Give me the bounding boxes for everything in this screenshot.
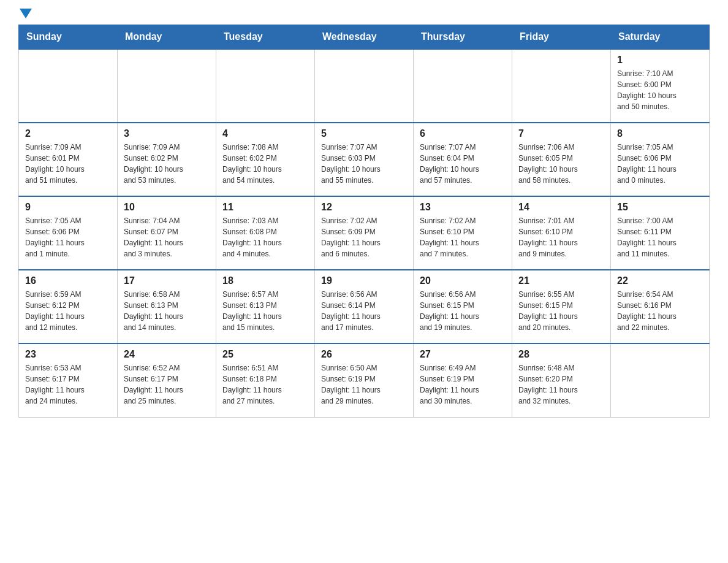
- day-info: Sunrise: 7:09 AM Sunset: 6:01 PM Dayligh…: [25, 142, 111, 186]
- calendar-cell: [118, 49, 216, 123]
- day-info: Sunrise: 6:59 AM Sunset: 6:12 PM Dayligh…: [25, 289, 111, 333]
- calendar-cell: 11Sunrise: 7:03 AM Sunset: 6:08 PM Dayli…: [216, 196, 315, 270]
- day-info: Sunrise: 7:01 AM Sunset: 6:10 PM Dayligh…: [518, 215, 604, 259]
- logo: [18, 12, 32, 18]
- day-number: 24: [124, 349, 210, 360]
- calendar-cell: 6Sunrise: 7:07 AM Sunset: 6:04 PM Daylig…: [414, 123, 512, 196]
- day-info: Sunrise: 6:58 AM Sunset: 6:13 PM Dayligh…: [124, 289, 210, 333]
- calendar-cell: 5Sunrise: 7:07 AM Sunset: 6:03 PM Daylig…: [315, 123, 414, 196]
- calendar-cell: 4Sunrise: 7:08 AM Sunset: 6:02 PM Daylig…: [216, 123, 315, 196]
- calendar-cell: 20Sunrise: 6:56 AM Sunset: 6:15 PM Dayli…: [414, 270, 512, 343]
- day-info: Sunrise: 7:03 AM Sunset: 6:08 PM Dayligh…: [222, 215, 308, 259]
- day-number: 16: [25, 275, 111, 286]
- day-number: 9: [25, 202, 111, 213]
- page-header: [18, 12, 710, 18]
- day-number: 7: [518, 128, 604, 139]
- day-info: Sunrise: 6:50 AM Sunset: 6:19 PM Dayligh…: [321, 362, 407, 407]
- day-info: Sunrise: 7:02 AM Sunset: 6:09 PM Dayligh…: [321, 215, 407, 259]
- day-number: 11: [222, 202, 308, 213]
- calendar-cell: 1Sunrise: 7:10 AM Sunset: 6:00 PM Daylig…: [611, 49, 710, 123]
- day-number: 4: [222, 128, 308, 139]
- day-number: 10: [124, 202, 210, 213]
- day-number: 22: [617, 275, 703, 286]
- day-info: Sunrise: 7:07 AM Sunset: 6:03 PM Dayligh…: [321, 142, 407, 186]
- day-of-week-header: Friday: [512, 25, 611, 50]
- day-number: 21: [518, 275, 604, 286]
- day-info: Sunrise: 6:48 AM Sunset: 6:20 PM Dayligh…: [518, 362, 604, 407]
- day-info: Sunrise: 6:53 AM Sunset: 6:17 PM Dayligh…: [25, 362, 111, 407]
- day-number: 14: [518, 202, 604, 213]
- day-info: Sunrise: 7:08 AM Sunset: 6:02 PM Dayligh…: [222, 142, 308, 186]
- day-of-week-header: Sunday: [19, 25, 118, 50]
- calendar-cell: 12Sunrise: 7:02 AM Sunset: 6:09 PM Dayli…: [315, 196, 414, 270]
- day-number: 1: [617, 55, 703, 66]
- day-number: 3: [124, 128, 210, 139]
- day-info: Sunrise: 7:05 AM Sunset: 6:06 PM Dayligh…: [617, 142, 703, 186]
- day-number: 12: [321, 202, 407, 213]
- week-row: 9Sunrise: 7:05 AM Sunset: 6:06 PM Daylig…: [19, 196, 710, 270]
- day-info: Sunrise: 7:06 AM Sunset: 6:05 PM Dayligh…: [518, 142, 604, 186]
- day-info: Sunrise: 7:00 AM Sunset: 6:11 PM Dayligh…: [617, 215, 703, 259]
- day-number: 6: [420, 128, 506, 139]
- week-row: 1Sunrise: 7:10 AM Sunset: 6:00 PM Daylig…: [19, 49, 710, 123]
- day-info: Sunrise: 7:05 AM Sunset: 6:06 PM Dayligh…: [25, 215, 111, 259]
- day-number: 15: [617, 202, 703, 213]
- calendar-cell: 27Sunrise: 6:49 AM Sunset: 6:19 PM Dayli…: [414, 343, 512, 417]
- day-info: Sunrise: 6:55 AM Sunset: 6:15 PM Dayligh…: [518, 289, 604, 333]
- day-number: 18: [222, 275, 308, 286]
- calendar-cell: 22Sunrise: 6:54 AM Sunset: 6:16 PM Dayli…: [611, 270, 710, 343]
- day-of-week-header: Monday: [118, 25, 216, 50]
- calendar-cell: 14Sunrise: 7:01 AM Sunset: 6:10 PM Dayli…: [512, 196, 611, 270]
- day-of-week-header: Thursday: [414, 25, 512, 50]
- calendar-cell: 18Sunrise: 6:57 AM Sunset: 6:13 PM Dayli…: [216, 270, 315, 343]
- calendar-cell: 23Sunrise: 6:53 AM Sunset: 6:17 PM Dayli…: [19, 343, 118, 417]
- calendar-cell: 2Sunrise: 7:09 AM Sunset: 6:01 PM Daylig…: [19, 123, 118, 196]
- calendar-cell: 10Sunrise: 7:04 AM Sunset: 6:07 PM Dayli…: [118, 196, 216, 270]
- day-number: 28: [518, 349, 604, 360]
- day-number: 26: [321, 349, 407, 360]
- day-number: 19: [321, 275, 407, 286]
- calendar-cell: 8Sunrise: 7:05 AM Sunset: 6:06 PM Daylig…: [611, 123, 710, 196]
- day-number: 17: [124, 275, 210, 286]
- calendar-cell: 7Sunrise: 7:06 AM Sunset: 6:05 PM Daylig…: [512, 123, 611, 196]
- calendar-cell: 16Sunrise: 6:59 AM Sunset: 6:12 PM Dayli…: [19, 270, 118, 343]
- day-number: 20: [420, 275, 506, 286]
- logo-triangle-icon: [20, 9, 32, 18]
- day-info: Sunrise: 7:02 AM Sunset: 6:10 PM Dayligh…: [420, 215, 506, 259]
- calendar-cell: [216, 49, 315, 123]
- day-number: 27: [420, 349, 506, 360]
- day-info: Sunrise: 6:52 AM Sunset: 6:17 PM Dayligh…: [124, 362, 210, 407]
- calendar-cell: 3Sunrise: 7:09 AM Sunset: 6:02 PM Daylig…: [118, 123, 216, 196]
- calendar-cell: [611, 343, 710, 417]
- day-number: 5: [321, 128, 407, 139]
- day-info: Sunrise: 7:04 AM Sunset: 6:07 PM Dayligh…: [124, 215, 210, 259]
- day-of-week-header: Wednesday: [315, 25, 414, 50]
- calendar-cell: [315, 49, 414, 123]
- day-of-week-header: Tuesday: [216, 25, 315, 50]
- week-row: 2Sunrise: 7:09 AM Sunset: 6:01 PM Daylig…: [19, 123, 710, 196]
- calendar-cell: 25Sunrise: 6:51 AM Sunset: 6:18 PM Dayli…: [216, 343, 315, 417]
- calendar-cell: 13Sunrise: 7:02 AM Sunset: 6:10 PM Dayli…: [414, 196, 512, 270]
- day-info: Sunrise: 6:56 AM Sunset: 6:15 PM Dayligh…: [420, 289, 506, 333]
- calendar-cell: 26Sunrise: 6:50 AM Sunset: 6:19 PM Dayli…: [315, 343, 414, 417]
- day-info: Sunrise: 6:56 AM Sunset: 6:14 PM Dayligh…: [321, 289, 407, 333]
- day-of-week-header: Saturday: [611, 25, 710, 50]
- day-info: Sunrise: 7:10 AM Sunset: 6:00 PM Dayligh…: [617, 68, 703, 112]
- calendar-cell: [414, 49, 512, 123]
- day-number: 2: [25, 128, 111, 139]
- calendar-cell: 15Sunrise: 7:00 AM Sunset: 6:11 PM Dayli…: [611, 196, 710, 270]
- day-number: 13: [420, 202, 506, 213]
- day-number: 25: [222, 349, 308, 360]
- calendar-cell: [512, 49, 611, 123]
- day-info: Sunrise: 6:54 AM Sunset: 6:16 PM Dayligh…: [617, 289, 703, 333]
- day-info: Sunrise: 7:07 AM Sunset: 6:04 PM Dayligh…: [420, 142, 506, 186]
- calendar-table: SundayMondayTuesdayWednesdayThursdayFrid…: [18, 25, 710, 418]
- week-row: 16Sunrise: 6:59 AM Sunset: 6:12 PM Dayli…: [19, 270, 710, 343]
- calendar-cell: 17Sunrise: 6:58 AM Sunset: 6:13 PM Dayli…: [118, 270, 216, 343]
- calendar-cell: 19Sunrise: 6:56 AM Sunset: 6:14 PM Dayli…: [315, 270, 414, 343]
- week-row: 23Sunrise: 6:53 AM Sunset: 6:17 PM Dayli…: [19, 343, 710, 417]
- calendar-cell: 9Sunrise: 7:05 AM Sunset: 6:06 PM Daylig…: [19, 196, 118, 270]
- day-number: 8: [617, 128, 703, 139]
- day-info: Sunrise: 7:09 AM Sunset: 6:02 PM Dayligh…: [124, 142, 210, 186]
- calendar-cell: 24Sunrise: 6:52 AM Sunset: 6:17 PM Dayli…: [118, 343, 216, 417]
